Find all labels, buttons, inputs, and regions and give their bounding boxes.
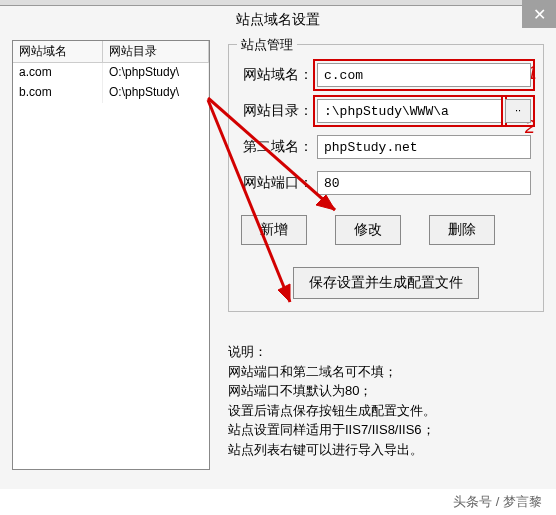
label-port: 网站端口： <box>241 174 317 192</box>
note-line: 站点列表右键可以进行导入导出。 <box>228 440 544 460</box>
note-line: 设置后请点保存按钮生成配置文件。 <box>228 401 544 421</box>
table-row[interactable]: a.com O:\phpStudy\ <box>13 63 209 83</box>
label-dir: 网站目录： <box>241 102 317 120</box>
cell-domain: b.com <box>13 83 103 103</box>
help-note: 说明： 网站端口和第二域名可不填； 网站端口不填默认为80； 设置后请点保存按钮… <box>228 342 544 459</box>
add-button[interactable]: 新增 <box>241 215 307 245</box>
content-area: 网站域名 网站目录 a.com O:\phpStudy\ b.com O:\ph… <box>0 34 556 493</box>
note-line: 网站端口和第二域名可不填； <box>228 362 544 382</box>
row-second: 第二域名： <box>241 135 531 159</box>
close-button[interactable]: ✕ <box>522 0 556 28</box>
table-header: 网站域名 网站目录 <box>13 41 209 63</box>
site-manage-group: 站点管理 1 2 网站域名： 网站目录： ·· 第二域名： 网站端口： <box>228 44 544 312</box>
note-title: 说明： <box>228 342 544 362</box>
col-dir[interactable]: 网站目录 <box>103 41 209 63</box>
delete-button[interactable]: 删除 <box>429 215 495 245</box>
note-line: 网站端口不填默认为80； <box>228 381 544 401</box>
label-second-domain: 第二域名： <box>241 138 317 156</box>
titlebar: 站点域名设置 ✕ <box>0 6 556 34</box>
cell-dir: O:\phpStudy\ <box>103 83 209 103</box>
footer-watermark: 头条号 / 梦言黎 <box>0 489 556 515</box>
site-table[interactable]: 网站域名 网站目录 a.com O:\phpStudy\ b.com O:\ph… <box>12 40 210 470</box>
save-config-button[interactable]: 保存设置并生成配置文件 <box>293 267 479 299</box>
table-row[interactable]: b.com O:\phpStudy\ <box>13 83 209 103</box>
button-row: 新增 修改 删除 <box>241 215 531 245</box>
app-window: 站点域名设置 ✕ 网站域名 网站目录 a.com O:\phpStudy\ b.… <box>0 0 556 515</box>
left-panel: 网站域名 网站目录 a.com O:\phpStudy\ b.com O:\ph… <box>12 40 210 493</box>
edit-button[interactable]: 修改 <box>335 215 401 245</box>
label-domain: 网站域名： <box>241 66 317 84</box>
group-legend: 站点管理 <box>237 36 297 54</box>
domain-input[interactable] <box>317 63 531 87</box>
right-panel: 站点管理 1 2 网站域名： 网站目录： ·· 第二域名： 网站端口： <box>228 40 544 493</box>
row-domain: 网站域名： <box>241 63 531 87</box>
col-domain[interactable]: 网站域名 <box>13 41 103 63</box>
window-title: 站点域名设置 <box>236 11 320 29</box>
port-input[interactable] <box>317 171 531 195</box>
second-domain-input[interactable] <box>317 135 531 159</box>
note-line: 站点设置同样适用于IIS7/IIS8/IIS6； <box>228 420 544 440</box>
browse-button[interactable]: ·· <box>505 99 531 123</box>
cell-dir: O:\phpStudy\ <box>103 63 209 83</box>
cell-domain: a.com <box>13 63 103 83</box>
row-port: 网站端口： <box>241 171 531 195</box>
dir-input[interactable] <box>317 99 503 123</box>
row-dir: 网站目录： ·· <box>241 99 531 123</box>
